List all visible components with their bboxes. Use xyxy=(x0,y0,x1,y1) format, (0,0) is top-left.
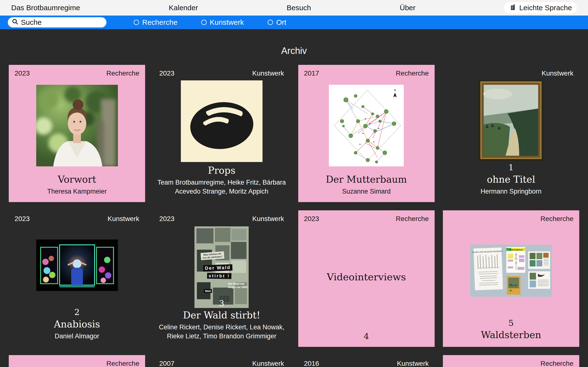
card-year: 2017 xyxy=(304,70,319,77)
archive-card-ohne-titel[interactable]: Kunstwerk 1 ohne Titel Hermann Springbor… xyxy=(443,65,579,202)
top-navigation-bar: Das Brotbaumregime Kalender Besuch Über … xyxy=(0,0,588,16)
search-box[interactable] xyxy=(8,17,106,27)
archive-card-row3-1[interactable]: Recherche xyxy=(9,355,145,367)
archive-card-row3-3[interactable]: 2016 Kunstwerk xyxy=(298,355,435,367)
card-title: Der Mutterbaum xyxy=(302,174,431,185)
collage-scrap-text: Der Wald hat xyxy=(228,282,244,285)
card-year: 2023 xyxy=(304,215,319,223)
archive-card-videointerviews[interactable]: 2023 Recherche Videointerviews 4 xyxy=(298,210,435,347)
card-number: 3 xyxy=(157,299,286,308)
filter-label: Ort xyxy=(276,18,286,26)
filter-label: Kunstwerk xyxy=(210,18,244,26)
archive-documents-photo: SAUERLAND-MUSEUM ARNSBERG Informationen xyxy=(443,223,579,319)
card-year: 2016 xyxy=(304,360,319,367)
network-diagram: N xyxy=(298,77,435,174)
puppet-theatre-photo xyxy=(9,223,145,308)
card-names: Hermann Springborn xyxy=(446,187,576,196)
card-number: 4 xyxy=(298,331,435,347)
card-category: Recherche xyxy=(541,360,573,367)
archive-card-grid: 2023 Recherche xyxy=(9,65,579,367)
card-category: Recherche xyxy=(106,360,139,367)
collage-title-line2: stirbt ! xyxy=(209,273,230,279)
card-category: Recherche xyxy=(106,70,139,77)
easy-language-label: Leichte Sprache xyxy=(519,4,572,12)
book-icon xyxy=(509,4,517,12)
search-icon xyxy=(12,18,18,27)
card-title: Videointerviews xyxy=(327,271,406,282)
card-category: Kunstwerk xyxy=(397,360,429,367)
card-category: Recherche xyxy=(396,215,429,223)
collage-scrap-text: Angst vor UNS! xyxy=(228,286,248,289)
card-year: 2023 xyxy=(159,215,174,223)
card-category: Kunstwerk xyxy=(252,70,284,77)
card-number: 5 xyxy=(446,319,576,328)
search-input[interactable] xyxy=(20,18,115,27)
filter-radio-group: Recherche Kunstwerk Ort xyxy=(134,18,286,26)
radio-circle-icon xyxy=(134,20,139,25)
archive-card-vorwort[interactable]: 2023 Recherche xyxy=(9,65,145,202)
archive-card-waldsterben[interactable]: Recherche SAUERLAND-MUSEUM ARNSBERG xyxy=(443,210,579,347)
card-year: 2023 xyxy=(15,215,30,223)
page-title: Archiv xyxy=(0,46,588,56)
landscape-painting xyxy=(443,77,579,163)
flyer-title: Informationen xyxy=(510,249,523,251)
card-names: Team Brotbaumregime, Heike Fritz, Bárbar… xyxy=(157,178,286,196)
bread-illustration xyxy=(153,77,290,165)
card-number: 1 xyxy=(446,163,576,172)
archive-card-mutterbaum[interactable]: 2017 Recherche xyxy=(298,65,435,202)
card-title: Vorwort xyxy=(12,174,142,185)
nav-item-kalender[interactable]: Kalender xyxy=(169,4,198,12)
card-category: Kunstwerk xyxy=(108,215,140,223)
archive-card-row3-2[interactable]: 2007 Kunstwerk xyxy=(153,355,290,367)
nav-item-besuch[interactable]: Besuch xyxy=(287,4,311,12)
filter-radio-kunstwerk[interactable]: Kunstwerk xyxy=(201,18,244,26)
card-names: Suzanne Simard xyxy=(302,187,431,196)
radio-circle-icon xyxy=(201,20,207,25)
archive-card-row3-4[interactable]: Recherche xyxy=(443,355,579,367)
filter-radio-recherche[interactable]: Recherche xyxy=(134,18,177,26)
card-names: Theresa Kampmeier xyxy=(12,187,142,196)
filter-label: Recherche xyxy=(142,18,177,26)
card-names: Daniel Almagor xyxy=(12,332,142,341)
card-category: Kunstwerk xyxy=(252,215,284,223)
card-title: Props xyxy=(157,165,286,176)
card-year: 2023 xyxy=(159,70,174,77)
nav-item-ueber[interactable]: Über xyxy=(400,4,415,12)
card-year: 2023 xyxy=(15,70,30,77)
collage-scrap-text: Wald xyxy=(205,290,211,292)
easy-language-button[interactable]: Leichte Sprache xyxy=(504,2,577,13)
collage-title-line1: Der Wald xyxy=(205,265,231,271)
card-names: Celine Rickert, Denise Rickert, Lea Nowa… xyxy=(157,323,286,341)
collage-poster: Was nehmen wir uns als nächstes? Der Wal… xyxy=(153,223,290,312)
card-year: 2007 xyxy=(159,360,174,367)
search-filter-bar: Recherche Kunstwerk Ort xyxy=(0,16,588,29)
compass-label: N xyxy=(394,89,396,92)
card-title: Anabiosis xyxy=(12,319,142,330)
radio-circle-icon xyxy=(268,20,273,25)
card-category: Kunstwerk xyxy=(542,70,573,77)
brand-home-link[interactable]: Das Brotbaumregime xyxy=(11,4,80,12)
card-category: Recherche xyxy=(396,70,429,77)
archive-card-props[interactable]: 2023 Kunstwerk Props Team Brotbaumregime… xyxy=(153,65,290,202)
card-title: ohne Titel xyxy=(446,174,576,185)
portrait-photo xyxy=(9,77,145,174)
card-category: Kunstwerk xyxy=(252,360,284,367)
archive-card-anabiosis[interactable]: 2023 Kunstwerk xyxy=(9,210,145,347)
card-title: Der Wald stirbt! xyxy=(157,310,286,321)
card-number: 2 xyxy=(12,308,142,317)
card-title: Waldsterben xyxy=(446,330,576,341)
archive-card-wald-stirbt[interactable]: 2023 Kunstwerk xyxy=(153,210,290,347)
card-category: Recherche xyxy=(541,215,573,223)
filter-radio-ort[interactable]: Ort xyxy=(268,18,286,26)
